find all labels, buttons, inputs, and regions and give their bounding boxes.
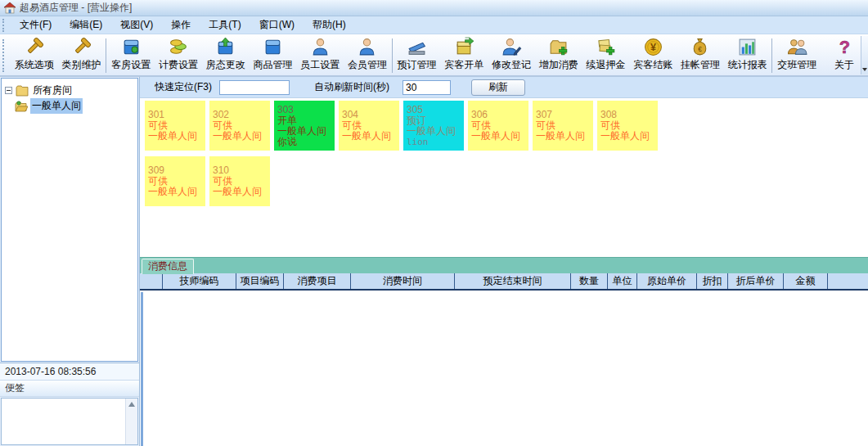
- column-header[interactable]: 折后单价: [728, 273, 784, 289]
- room-type: 一般单人间: [213, 131, 270, 142]
- refresh-interval-input[interactable]: [403, 80, 451, 95]
- column-header[interactable]: 数量: [571, 273, 608, 289]
- menu-item[interactable]: 窗口(W): [250, 16, 304, 34]
- consumption-table-body[interactable]: [140, 291, 868, 446]
- box-arrow-icon: [453, 37, 475, 57]
- toolbar-button-reservation-management[interactable]: 预订管理: [394, 36, 441, 72]
- column-header[interactable]: 项目编码: [236, 273, 284, 289]
- toolbar-button-label: 宾客结账: [633, 58, 672, 72]
- toolbar-button-member-management[interactable]: 会员管理: [344, 36, 391, 72]
- person-icon: [356, 37, 378, 57]
- tab-consumption-info[interactable]: 消费信息: [142, 259, 194, 274]
- toolbar-button-label: 员工设置: [300, 58, 340, 72]
- toolbar-button-label: 统计报表: [728, 58, 767, 72]
- wrench-icon: [70, 37, 92, 57]
- column-header[interactable]: 消费项目: [284, 273, 351, 289]
- chart-icon: [736, 37, 758, 57]
- room-tile[interactable]: 301 可供 一般单人间: [145, 101, 205, 151]
- toolbar-button-guest-checkout[interactable]: ¥ 宾客结账: [629, 36, 677, 72]
- toolbar-button-label: 宾客开单: [444, 58, 483, 72]
- room-type: 一般单人间: [342, 131, 399, 142]
- toolbar-button-label: 计费设置: [159, 58, 198, 72]
- room-tile[interactable]: 304 可供 一般单人间: [339, 101, 399, 151]
- app-icon: [3, 2, 16, 14]
- room-tile[interactable]: 305 预订 一般单人间 lion: [403, 101, 464, 151]
- toolbar-button-label: 预订管理: [398, 58, 437, 72]
- room-tile[interactable]: 307 可供 一般单人间: [533, 101, 593, 151]
- toolbar-button-billing-settings[interactable]: 计费设置: [155, 36, 202, 72]
- menu-item[interactable]: 编辑(E): [61, 16, 111, 34]
- toolbar-button-label: 客房设置: [111, 58, 151, 72]
- room-guest: lion: [407, 137, 464, 147]
- menu-item[interactable]: 视图(V): [111, 16, 162, 34]
- wrench-icon: [23, 37, 45, 57]
- column-header[interactable]: 预定结束时间: [455, 273, 571, 289]
- notes-section-label: 便签: [0, 381, 139, 397]
- column-header[interactable]: 消费时间: [351, 273, 455, 289]
- toolbar-button-modify-registration[interactable]: 修改登记: [488, 36, 535, 72]
- menu-item[interactable]: 操作: [162, 16, 200, 34]
- room-tile[interactable]: 303 开单 一般单人间 你说: [274, 101, 335, 151]
- tree-node-single-room[interactable]: 一般单人间: [15, 98, 136, 114]
- toolbar-button-staff-settings[interactable]: 员工设置: [296, 36, 344, 72]
- tree-node-all-rooms[interactable]: 所有房间: [3, 83, 136, 98]
- refresh-button[interactable]: 刷新: [471, 79, 525, 96]
- menu-item[interactable]: 文件(F): [11, 16, 61, 34]
- menu-item[interactable]: 工具(T): [200, 16, 250, 34]
- column-header[interactable]: 金额: [784, 273, 828, 289]
- column-header[interactable]: 技师编码: [163, 273, 236, 289]
- room-tile[interactable]: 308 可供 一般单人间: [597, 101, 658, 151]
- toolbar-separator: [392, 38, 393, 73]
- notes-textarea[interactable]: [1, 398, 138, 445]
- toolbar-button-label: 挂帐管理: [681, 58, 720, 72]
- column-header[interactable]: 单位: [608, 273, 637, 289]
- toolbar-button-guest-checkin[interactable]: 宾客开单: [440, 36, 488, 72]
- room-grid: 301 可供 一般单人间 302 可供 一般单人间 303: [140, 98, 868, 257]
- datetime-display: 2013-07-16 08:35:56: [0, 363, 139, 381]
- quick-locate-label: 快速定位(F3): [155, 80, 212, 94]
- room-status: 开单: [277, 115, 335, 126]
- column-header[interactable]: [828, 273, 868, 289]
- menu-grip: [2, 19, 7, 32]
- toolbar-button-add-consumption[interactable]: 增加消费: [535, 36, 582, 72]
- toolbar-button-goods-management[interactable]: 商品管理: [250, 36, 297, 72]
- room-tile[interactable]: 306 可供 一般单人间: [468, 101, 528, 151]
- toolbar-button-shift-management[interactable]: 交班管理: [773, 36, 821, 72]
- notes-scrollbar[interactable]: [125, 399, 137, 444]
- toolbar-button-label: 修改登记: [492, 58, 531, 72]
- people-icon: [786, 37, 808, 57]
- room-tree: 所有房间 一般单人间: [1, 78, 138, 362]
- box-icon: [120, 37, 142, 57]
- column-header[interactable]: 折扣: [697, 273, 728, 289]
- toolbar-separator: [106, 38, 106, 73]
- menu-item[interactable]: 帮助(H): [304, 16, 355, 34]
- toolbar-button-statistics-report[interactable]: 统计报表: [724, 36, 771, 72]
- room-number: 303: [277, 105, 335, 115]
- toolbar-overflow-button[interactable]: [861, 36, 868, 74]
- toolbar-button-label: 类别维护: [62, 58, 101, 72]
- room-tile[interactable]: 302 可供 一般单人间: [209, 101, 270, 151]
- toolbar-button-category-maintenance[interactable]: 类别维护: [58, 36, 106, 72]
- room-type: 一般单人间: [407, 126, 464, 137]
- toolbar-button-deposit-management[interactable]: 续退押金: [582, 36, 630, 72]
- column-header[interactable]: [140, 273, 163, 289]
- toolbar-button-credit-management[interactable]: € 挂帐管理: [677, 36, 724, 72]
- toolbar-button-room-settings[interactable]: 客房设置: [107, 36, 155, 72]
- room-tile[interactable]: 309 可供 一般单人间: [145, 156, 205, 206]
- box-up-icon: [214, 37, 236, 57]
- quick-locate-input[interactable]: [219, 80, 290, 95]
- window-title: 超易酒店管理 - [营业操作]: [20, 1, 132, 15]
- toolbar-grip: [2, 39, 7, 72]
- stapler-icon: [406, 37, 428, 57]
- svg-text:¥: ¥: [650, 42, 656, 53]
- column-header[interactable]: 原始单价: [637, 273, 697, 289]
- person-edit-icon: [501, 37, 523, 57]
- toolbar-separator: [771, 38, 772, 73]
- toolbar-button-room-status-change[interactable]: 房态更改: [202, 36, 250, 72]
- room-tile[interactable]: 310 可供 一般单人间: [209, 156, 270, 206]
- scroll-up-icon: [128, 402, 135, 407]
- room-type: 一般单人间: [600, 131, 658, 142]
- room-number: 305: [407, 105, 464, 115]
- tree-expander-icon[interactable]: [5, 87, 12, 94]
- toolbar-button-system-options[interactable]: 系统选项: [11, 36, 58, 72]
